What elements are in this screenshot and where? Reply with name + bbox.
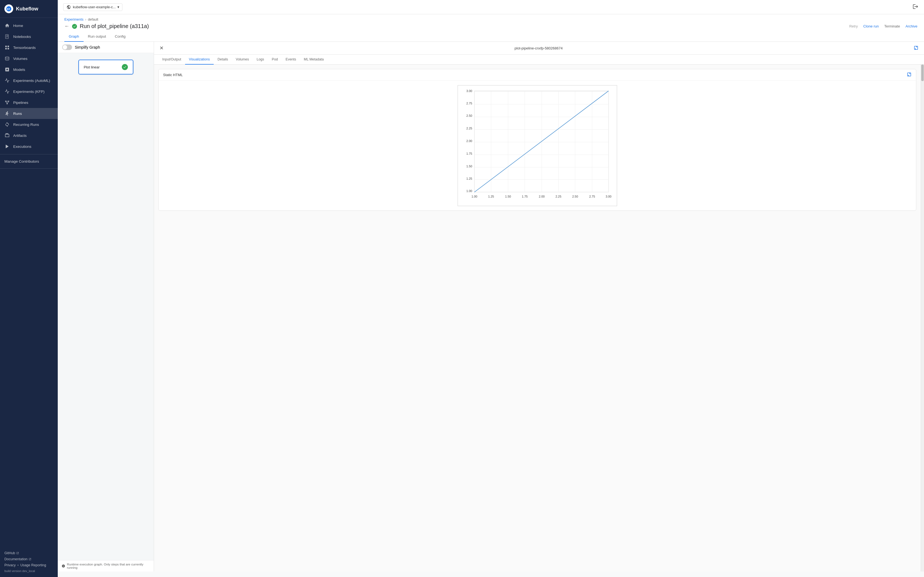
sidebar-item-notebooks-label: Notebooks <box>13 35 31 39</box>
runs-icon <box>5 111 10 116</box>
svg-text:2.75: 2.75 <box>467 102 472 105</box>
page-title-row: ← Run of plot_pipeline (a311a) Retry Clo… <box>65 23 918 29</box>
graph-footer: Runtime execution graph. Only steps that… <box>58 560 154 572</box>
sidebar-item-executions[interactable]: Executions <box>0 141 58 152</box>
svg-text:3.00: 3.00 <box>606 195 611 198</box>
sidebar-item-volumes-label: Volumes <box>13 56 27 61</box>
sidebar-item-tensorboards[interactable]: Tensorboards <box>0 42 58 53</box>
sidebar-item-pipelines[interactable]: Pipelines <box>0 97 58 108</box>
chart-svg: 1.00 1.25 1.50 1.75 2.00 2.25 2.50 2.75 <box>458 85 617 206</box>
scroll-thumb[interactable] <box>921 64 924 81</box>
tab-run-output[interactable]: Run output <box>84 32 111 42</box>
page-header: Experiments › default ← Run of plot_pipe… <box>58 14 924 42</box>
viz-expand-button[interactable] <box>907 72 912 78</box>
volumes-icon <box>5 56 10 61</box>
sidebar-item-artifacts[interactable]: Artifacts <box>0 130 58 141</box>
graph-toolbar: Simplify Graph <box>58 42 154 53</box>
detail-tab-details[interactable]: Details <box>214 55 232 64</box>
visualization-card: Static HTML <box>158 69 916 211</box>
notebook-icon <box>5 34 10 39</box>
clone-run-button[interactable]: Clone run <box>863 24 879 28</box>
detail-tab-ml-metadata[interactable]: ML Metadata <box>300 55 328 64</box>
namespace-icon <box>66 5 71 10</box>
svg-rect-2 <box>5 35 8 39</box>
svg-rect-7 <box>8 46 9 47</box>
executions-icon <box>5 144 10 149</box>
svg-rect-8 <box>5 48 6 50</box>
status-indicator <box>72 24 77 29</box>
archive-button[interactable]: Archive <box>906 24 918 28</box>
namespace-dropdown-icon: ▾ <box>118 5 120 9</box>
viz-card-header: Static HTML <box>159 69 916 81</box>
svg-text:2.50: 2.50 <box>572 195 578 198</box>
privacy-link[interactable]: Privacy <box>5 562 16 568</box>
sidebar-item-models-label: Models <box>13 68 25 72</box>
detail-tab-visualizations[interactable]: Visualizations <box>185 55 214 64</box>
sidebar-item-runs-label: Runs <box>13 111 22 116</box>
svg-text:1.25: 1.25 <box>488 195 494 198</box>
pipeline-node-plot-linear[interactable]: Plot linear <box>78 60 133 74</box>
svg-text:1.75: 1.75 <box>467 152 472 155</box>
svg-text:1.25: 1.25 <box>467 177 472 180</box>
detail-tab-events[interactable]: Events <box>282 55 300 64</box>
main-content: kubeflow-user-example-c... ▾ Experiments… <box>58 0 924 577</box>
detail-tabs: Input/Output Visualizations Details Volu… <box>154 55 924 64</box>
sidebar-item-notebooks[interactable]: Notebooks <box>0 31 58 42</box>
back-button[interactable]: ← <box>65 23 69 29</box>
svg-text:2.50: 2.50 <box>467 114 472 117</box>
tensorboard-icon <box>5 45 10 50</box>
sidebar-item-volumes[interactable]: Volumes <box>0 53 58 64</box>
breadcrumb-default: default <box>88 18 99 21</box>
documentation-link[interactable]: Documentation <box>5 556 53 562</box>
tab-config[interactable]: Config <box>111 32 130 42</box>
detail-tab-logs[interactable]: Logs <box>253 55 268 64</box>
sidebar-item-recurring-runs-label: Recurring Runs <box>13 122 39 127</box>
sidebar-item-executions-label: Executions <box>13 145 31 149</box>
svg-text:2.00: 2.00 <box>539 195 544 198</box>
usage-link[interactable]: Usage Reporting <box>20 562 46 568</box>
svg-text:3.00: 3.00 <box>467 89 472 93</box>
app-name: Kubeflow <box>16 6 38 12</box>
sidebar-item-runs[interactable]: Runs <box>0 108 58 119</box>
app-logo: Kf Kubeflow <box>0 0 58 18</box>
tab-graph[interactable]: Graph <box>65 32 84 42</box>
svg-line-15 <box>6 102 7 103</box>
sidebar-item-experiments-kfp[interactable]: Experiments (KFP) <box>0 86 58 97</box>
github-link[interactable]: GitHub <box>5 550 53 556</box>
detail-panel-title: plot-pipeline-cnxfp-580268674 <box>164 46 914 50</box>
sidebar-item-home[interactable]: Home <box>0 20 58 31</box>
detail-tab-volumes[interactable]: Volumes <box>232 55 253 64</box>
usage-label: Usage Reporting <box>20 563 46 567</box>
svg-point-13 <box>7 103 8 104</box>
retry-button[interactable]: Retry <box>849 24 858 28</box>
manage-contributors-label: Manage Contributors <box>5 160 39 163</box>
detail-tab-pod[interactable]: Pod <box>268 55 282 64</box>
sidebar-item-recurring-runs[interactable]: Recurring Runs <box>0 119 58 130</box>
detail-scrollbar[interactable] <box>921 64 924 572</box>
sidebar-item-experiments-automl[interactable]: Experiments (AutoML) <box>0 75 58 86</box>
recurring-runs-icon <box>5 122 10 127</box>
graph-canvas: Plot linear <box>58 53 154 560</box>
sidebar-item-experiments-automl-label: Experiments (AutoML) <box>13 79 50 83</box>
sidebar-item-manage-contributors[interactable]: Manage Contributors <box>0 156 58 166</box>
close-detail-button[interactable]: ✕ <box>160 45 164 51</box>
svg-point-10 <box>5 56 9 58</box>
breadcrumb-experiments[interactable]: Experiments <box>65 18 83 21</box>
linear-chart: 1.00 1.25 1.50 1.75 2.00 2.25 2.50 2.75 <box>457 85 617 206</box>
artifacts-icon <box>5 133 10 138</box>
graph-panel: Simplify Graph Plot linear Runtime execu… <box>58 42 154 572</box>
namespace-selector[interactable]: kubeflow-user-example-c... ▾ <box>63 3 123 11</box>
simplify-graph-toggle[interactable] <box>62 45 72 50</box>
detail-tab-input-output[interactable]: Input/Output <box>158 55 185 64</box>
logout-button[interactable] <box>913 3 919 10</box>
svg-text:2.25: 2.25 <box>556 195 561 198</box>
expand-icon[interactable] <box>914 45 919 51</box>
svg-text:2.75: 2.75 <box>589 195 595 198</box>
detail-header: ✕ plot-pipeline-cnxfp-580268674 <box>154 42 924 55</box>
svg-point-11 <box>5 101 6 102</box>
sidebar-item-artifacts-label: Artifacts <box>13 134 27 138</box>
terminate-button[interactable]: Terminate <box>884 24 900 28</box>
experiments-kfp-icon <box>5 89 10 94</box>
sidebar-nav: Home Notebooks Tensorboards Volumes <box>0 18 58 548</box>
sidebar-item-models[interactable]: Models <box>0 64 58 75</box>
